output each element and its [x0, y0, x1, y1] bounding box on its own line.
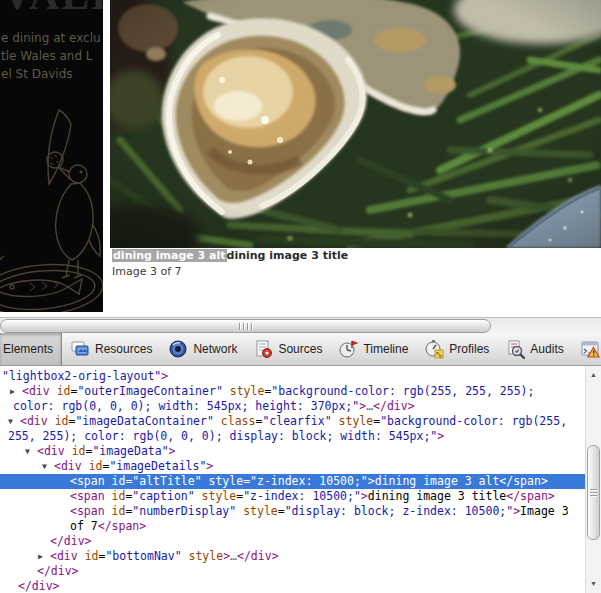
dom-token-tag: <div: [50, 549, 78, 563]
tab-label: Audits: [530, 342, 563, 356]
tab-timeline[interactable]: Timeline: [330, 333, 416, 365]
dom-token-attr: id: [65, 444, 86, 458]
dom-token-val: "z-index: 10500;": [243, 489, 361, 503]
dom-token-val: "lightbox2-orig-layout": [2, 369, 161, 383]
dom-tree-row[interactable]: 255, 255); color: rgb(0, 0, 0); display:…: [0, 429, 585, 444]
timeline-icon: [338, 339, 358, 359]
tab-elements[interactable]: Elements: [0, 333, 62, 365]
dom-token-txt: of 7: [70, 519, 98, 533]
expanded-arrow-icon[interactable]: ▼: [25, 444, 30, 459]
caption-title-text: dining image 3 title: [227, 249, 349, 262]
dom-tree-row[interactable]: <span id="caption" style="z-index: 10500…: [0, 489, 585, 504]
dom-tree-row[interactable]: "lightbox2-orig-layout">: [0, 369, 585, 384]
dom-token-tag: </span>: [506, 489, 554, 503]
dom-token-attr: id: [105, 489, 126, 503]
tab-resources[interactable]: Resources: [62, 333, 160, 365]
vscrollbar-thumb[interactable]: [587, 445, 600, 540]
lightbox-caption: dining image 3 altdining image 3 title: [112, 249, 348, 262]
dom-token-attr: style: [223, 384, 265, 398]
hscrollbar-thumb[interactable]: [0, 319, 491, 333]
dom-token-tag: <span: [70, 489, 105, 503]
dom-token-val: "altTitle": [132, 474, 201, 488]
tab-console[interactable]: Console: [572, 333, 601, 365]
dom-tree-row[interactable]: ▼<div id="imageDataContainer" class="cle…: [0, 414, 585, 429]
dom-token-val: "outerImageContainer": [77, 384, 222, 398]
dom-token-val: "clearfix": [262, 414, 331, 428]
dom-tree-row[interactable]: </div>: [0, 534, 585, 549]
dom-token-attr: id: [105, 474, 126, 488]
collapsed-arrow-icon[interactable]: ▶: [10, 384, 15, 399]
site-sidebar: VALE e dining at exclu tle Wales and L e…: [0, 0, 103, 312]
dom-token-tag: </span>: [98, 519, 146, 533]
dom-tree-row[interactable]: color: rgb(0, 0, 0); width: 545px; heigh…: [0, 399, 585, 414]
dom-token-attr: style: [332, 414, 374, 428]
dom-token-tag: <div: [20, 414, 48, 428]
dom-token-attr: id: [105, 504, 126, 518]
tab-label: Timeline: [363, 342, 408, 356]
profiles-icon: [424, 339, 444, 359]
dom-token-tag: </div>: [50, 534, 92, 548]
dom-tree-row[interactable]: <span id="numberDisplay" style="display:…: [0, 504, 585, 519]
scroll-down-button[interactable]: ▼: [586, 577, 601, 591]
dom-tree-row[interactable]: ▼<div id="imageData">: [0, 444, 585, 459]
tagline-line: e dining at exclu: [1, 29, 101, 47]
dom-token-tag: </div>: [373, 399, 415, 413]
tab-profiles[interactable]: Profiles: [416, 333, 497, 365]
dom-tree-row[interactable]: ▼<div id="imageDetails">: [0, 459, 585, 474]
tab-label: Sources: [278, 342, 322, 356]
expanded-arrow-icon[interactable]: ▼: [8, 414, 13, 429]
dom-token-val: "background-color: rgb(255,: [380, 414, 567, 428]
dom-tree-row[interactable]: </div>: [0, 579, 585, 593]
caption-alt-text: dining image 3 alt: [112, 249, 227, 262]
expanded-arrow-icon[interactable]: ▼: [42, 459, 47, 474]
scroll-up-button[interactable]: ▲: [586, 368, 601, 382]
tab-network[interactable]: Network: [160, 333, 245, 365]
dom-token-tag: <span: [70, 504, 105, 518]
dom-token-attr: id: [78, 549, 99, 563]
lightbox-photo[interactable]: [110, 0, 601, 248]
dom-token-txt: Image 3: [520, 504, 568, 518]
dom-token-val: "imageDetails": [109, 459, 206, 473]
dom-token-val: color: rgb(0, 0, 0); width: 545px; heigh…: [13, 399, 359, 413]
dom-token-attr: id: [82, 459, 103, 473]
tab-sources[interactable]: Sources: [245, 333, 330, 365]
browser-window: VALE e dining at exclu tle Wales and L e…: [0, 0, 601, 593]
dom-token-tag: >: [361, 489, 368, 503]
retreats-bird-logo: RETREATS: [0, 104, 103, 312]
tagline-line: tle Wales and L: [1, 47, 101, 65]
dom-token-txt: dining image 3 title: [368, 489, 506, 503]
dom-tree-row[interactable]: ▶<div id="bottomNav" style>…</div>: [0, 549, 585, 564]
dom-tree-row[interactable]: ▶<div id="outerImageContainer" style="ba…: [0, 384, 585, 399]
vertical-scrollbar[interactable]: ▲ ▼: [585, 366, 601, 593]
tab-audits[interactable]: Audits: [497, 333, 571, 365]
dom-token-tag: </div>: [237, 549, 279, 563]
dom-token-val: "caption": [132, 489, 194, 503]
dom-token-tag: <span: [70, 474, 105, 488]
dom-tree-row[interactable]: </div>: [0, 564, 585, 579]
dom-token-dim: …: [230, 549, 237, 563]
dom-tree-row[interactable]: <span id="altTitle" style="z-index: 1050…: [0, 474, 585, 489]
dom-token-txt: =: [278, 504, 285, 518]
collapsed-arrow-icon[interactable]: ▶: [38, 549, 43, 564]
dom-token-val: "bottomNav": [105, 549, 181, 563]
dom-token-val: 255, 255); color: rgb(0, 0, 0); display:…: [8, 429, 437, 443]
hscrollbar-grip: [239, 323, 253, 330]
dom-token-tag: >: [169, 444, 176, 458]
dom-token-tag: <div: [37, 444, 65, 458]
dom-token-tag: >: [161, 369, 168, 383]
dom-token-attr: id: [48, 414, 69, 428]
dom-token-tag: <div: [54, 459, 82, 473]
console-icon: [580, 339, 600, 359]
vscrollbar-grip: [590, 489, 597, 497]
dom-token-val: "z-index: 10500;": [250, 474, 368, 488]
dom-tree-row[interactable]: of 7</span>: [0, 519, 585, 534]
tab-label: Elements: [3, 342, 53, 356]
devtools-toolbar: Elements Resources Network: [0, 333, 601, 366]
dom-token-attr: style: [195, 489, 237, 503]
horizontal-scrollbar[interactable]: [0, 317, 601, 333]
dom-token-tag: >: [368, 474, 375, 488]
tab-label: Profiles: [449, 342, 489, 356]
dom-token-val: "imageDataContainer": [75, 414, 213, 428]
dom-tree[interactable]: "lightbox2-orig-layout">▶<div id="outerI…: [0, 366, 585, 593]
dom-token-tag: >: [206, 459, 213, 473]
